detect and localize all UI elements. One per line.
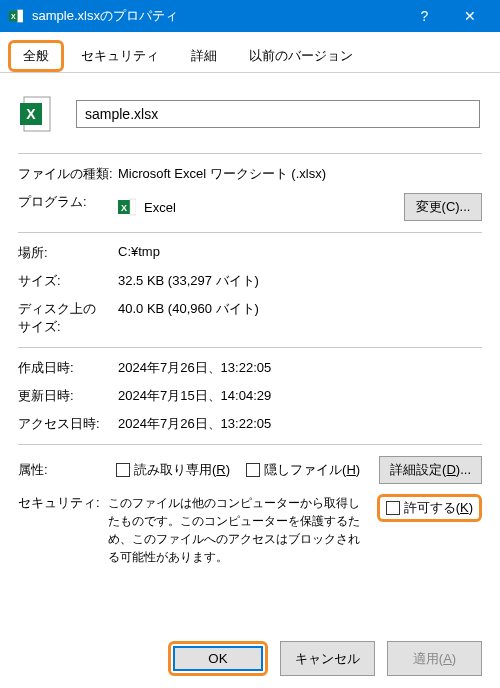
advanced-button[interactable]: 詳細設定(D)... — [379, 456, 482, 484]
size-value: 32.5 KB (33,297 バイト) — [118, 272, 482, 290]
ok-button[interactable]: OK — [173, 646, 263, 671]
modified-row: 更新日時: 2024年7月15日、14:04:29 — [18, 382, 482, 410]
svg-text:X: X — [11, 13, 16, 20]
hidden-checkbox[interactable]: 隠しファイル(H) — [246, 461, 360, 479]
file-type-label: ファイルの種類: — [18, 165, 118, 183]
window-title: sample.xlsxのプロパティ — [32, 7, 402, 25]
location-label: 場所: — [18, 244, 118, 262]
excel-file-icon: X — [8, 8, 24, 24]
svg-rect-8 — [130, 199, 136, 215]
program-value: Excel — [144, 200, 176, 215]
file-type-value: Microsoft Excel ワークシート (.xlsx) — [118, 165, 482, 183]
security-label: セキュリティ: — [18, 494, 108, 566]
size-on-disk-label: ディスク上のサイズ: — [18, 300, 98, 336]
title-bar: X sample.xlsxのプロパティ ? ✕ — [0, 0, 500, 32]
close-button[interactable]: ✕ — [447, 0, 492, 32]
tab-security[interactable]: セキュリティ — [66, 40, 174, 72]
divider — [18, 153, 482, 154]
apply-button[interactable]: 適用(A) — [387, 641, 482, 676]
tab-bar: 全般 セキュリティ 詳細 以前のバージョン — [0, 32, 500, 73]
svg-text:X: X — [26, 106, 36, 122]
program-row: プログラム: X Excel 変更(C)... — [18, 188, 482, 226]
security-row: セキュリティ: このファイルは他のコンピューターから取得したものです。このコンピ… — [18, 489, 482, 571]
file-type-row: ファイルの種類: Microsoft Excel ワークシート (.xlsx) — [18, 160, 482, 188]
size-on-disk-value: 40.0 KB (40,960 バイト) — [118, 300, 482, 318]
created-row: 作成日時: 2024年7月26日、13:22:05 — [18, 354, 482, 382]
divider — [18, 444, 482, 445]
excel-small-icon: X — [118, 198, 136, 216]
modified-value: 2024年7月15日、14:04:29 — [118, 387, 482, 405]
content-panel: X sample.xlsx ファイルの種類: Microsoft Excel ワ… — [0, 73, 500, 583]
checkbox-icon — [386, 501, 400, 515]
program-label: プログラム: — [18, 193, 118, 211]
file-header-row: X sample.xlsx — [18, 85, 482, 147]
filename-input[interactable]: sample.xlsx — [76, 100, 480, 128]
location-row: 場所: C:¥tmp — [18, 239, 482, 267]
readonly-checkbox[interactable]: 読み取り専用(R) — [116, 461, 230, 479]
accessed-row: アクセス日時: 2024年7月26日、13:22:05 — [18, 410, 482, 438]
divider — [18, 232, 482, 233]
help-button[interactable]: ? — [402, 0, 447, 32]
size-label: サイズ: — [18, 272, 118, 290]
cancel-button[interactable]: キャンセル — [280, 641, 375, 676]
tab-details[interactable]: 詳細 — [176, 40, 232, 72]
location-value: C:¥tmp — [118, 244, 482, 259]
size-row: サイズ: 32.5 KB (33,297 バイト) — [18, 267, 482, 295]
ok-button-highlight: OK — [168, 641, 268, 676]
modified-label: 更新日時: — [18, 387, 118, 405]
created-label: 作成日時: — [18, 359, 118, 377]
unblock-label: 許可する(K) — [404, 499, 473, 517]
checkbox-icon — [116, 463, 130, 477]
attributes-row: 属性: 読み取り専用(R) 隠しファイル(H) 詳細設定(D)... — [18, 451, 482, 489]
svg-rect-2 — [18, 10, 23, 22]
hidden-label: 隠しファイル(H) — [264, 461, 360, 479]
divider — [18, 347, 482, 348]
tab-previous-versions[interactable]: 以前のバージョン — [234, 40, 368, 72]
svg-text:X: X — [121, 203, 127, 213]
created-value: 2024年7月26日、13:22:05 — [118, 359, 482, 377]
size-on-disk-row: ディスク上のサイズ: 40.0 KB (40,960 バイト) — [18, 295, 482, 341]
change-program-button[interactable]: 変更(C)... — [404, 193, 482, 221]
accessed-label: アクセス日時: — [18, 415, 118, 433]
checkbox-icon — [246, 463, 260, 477]
unblock-checkbox[interactable]: 許可する(K) — [377, 494, 482, 522]
excel-large-icon: X — [20, 93, 62, 135]
security-text: このファイルは他のコンピューターから取得したものです。このコンピューターを保護す… — [108, 494, 377, 566]
attributes-label: 属性: — [18, 461, 108, 479]
readonly-label: 読み取り専用(R) — [134, 461, 230, 479]
tab-general[interactable]: 全般 — [8, 40, 64, 72]
accessed-value: 2024年7月26日、13:22:05 — [118, 415, 482, 433]
button-bar: OK キャンセル 適用(A) — [0, 641, 500, 676]
